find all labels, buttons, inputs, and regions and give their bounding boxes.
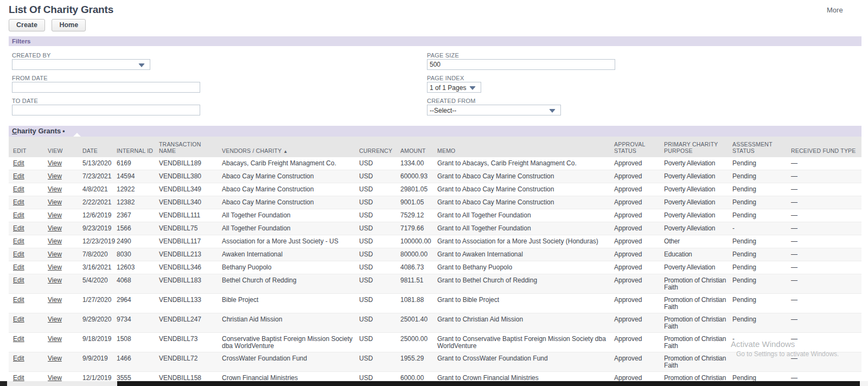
- cell-transaction-name: VENDBILL111: [155, 209, 218, 222]
- edit-link-cell: Edit: [9, 313, 43, 333]
- view-link-cell: View: [43, 170, 78, 183]
- cell-assessment-status: Pending: [730, 248, 789, 261]
- view-link[interactable]: View: [48, 224, 62, 232]
- view-link[interactable]: View: [48, 250, 62, 258]
- view-link-cell: View: [43, 209, 78, 222]
- created-from-select[interactable]: --Select--: [427, 105, 561, 115]
- table-row: EditView1/27/20202964VENDBILL133Bible Pr…: [9, 294, 861, 313]
- edit-link-cell: Edit: [9, 274, 43, 294]
- column-header-assessment-status[interactable]: ASSESSMENT STATUS: [730, 137, 789, 157]
- cell-vendor-charity: Conservative Baptist Foreign Mission Soc…: [218, 333, 355, 352]
- cell-amount: 9811.51: [396, 274, 435, 294]
- view-link[interactable]: View: [48, 263, 62, 271]
- create-button[interactable]: Create: [9, 19, 45, 31]
- column-header-received-fund-type[interactable]: RECEIVED FUND TYPE: [789, 137, 861, 157]
- cell-vendor-charity: Abaco Cay Marine Construction: [218, 170, 355, 183]
- edit-link-cell: Edit: [9, 235, 43, 248]
- view-link[interactable]: View: [48, 211, 62, 219]
- view-link[interactable]: View: [48, 159, 62, 167]
- edit-link[interactable]: Edit: [13, 172, 24, 180]
- cell-date: 3/16/2021: [78, 261, 112, 274]
- view-link[interactable]: View: [48, 296, 62, 304]
- edit-link[interactable]: Edit: [13, 211, 24, 219]
- column-header-edit: EDIT: [9, 137, 43, 157]
- column-header-memo[interactable]: MEMO: [435, 137, 612, 157]
- edit-link[interactable]: Edit: [13, 276, 24, 284]
- view-link[interactable]: View: [48, 276, 62, 284]
- horizontal-scrollbar[interactable]: [0, 381, 868, 386]
- column-header-amount[interactable]: AMOUNT: [396, 137, 435, 157]
- home-button[interactable]: Home: [52, 19, 86, 31]
- view-link[interactable]: View: [48, 237, 62, 245]
- edit-link[interactable]: Edit: [13, 159, 24, 167]
- edit-link[interactable]: Edit: [13, 296, 24, 304]
- view-link[interactable]: View: [48, 198, 62, 206]
- scrollbar-corner: [860, 381, 868, 386]
- cell-internal-id: 1466: [112, 352, 155, 372]
- edit-link[interactable]: Edit: [13, 224, 24, 232]
- column-header-internal-id[interactable]: INTERNAL ID: [112, 137, 155, 157]
- page-size-input[interactable]: [427, 59, 615, 70]
- cell-internal-id: 12382: [112, 196, 155, 209]
- cell-approval-status: Approved: [612, 274, 662, 294]
- view-link-cell: View: [43, 183, 78, 196]
- tab-charity-grants[interactable]: Charity Grants: [9, 126, 61, 135]
- column-header-currency[interactable]: CURRENCY: [355, 137, 396, 157]
- view-link[interactable]: View: [48, 185, 62, 193]
- edit-link[interactable]: Edit: [13, 250, 24, 258]
- view-link[interactable]: View: [48, 355, 62, 362]
- cell-vendor-charity: All Together Foundation: [218, 209, 355, 222]
- column-header-transaction-name[interactable]: TRANSACTION NAME: [155, 137, 218, 157]
- column-header-date[interactable]: DATE: [78, 137, 112, 157]
- from-date-input[interactable]: [12, 82, 200, 93]
- created-by-label: CREATED BY: [12, 52, 50, 59]
- page-index-value: 1 of 1 Pages: [430, 84, 466, 92]
- cell-primary-charity-purpose: Poverty Alleviation: [662, 183, 730, 196]
- edit-link[interactable]: Edit: [13, 316, 24, 323]
- view-link[interactable]: View: [48, 335, 62, 343]
- cell-memo: Grant to Conservative Baptist Foreign Mi…: [435, 333, 612, 352]
- cell-currency: USD: [355, 222, 396, 235]
- edit-link[interactable]: Edit: [13, 263, 24, 271]
- view-link-cell: View: [43, 222, 78, 235]
- cell-received-fund-type: —: [789, 157, 861, 170]
- view-link[interactable]: View: [48, 316, 62, 323]
- cell-amount: 25000.00: [396, 333, 435, 352]
- cell-memo: Grant to Association for a More Just Soc…: [435, 235, 612, 248]
- horizontal-scrollbar-thumb[interactable]: [117, 381, 860, 386]
- cell-approval-status: Approved: [612, 235, 662, 248]
- page-index-select[interactable]: 1 of 1 Pages: [427, 82, 481, 93]
- table-row: EditView9/23/20191566VENDBILL75All Toget…: [9, 222, 861, 235]
- edit-link[interactable]: Edit: [13, 355, 24, 362]
- edit-link[interactable]: Edit: [13, 335, 24, 343]
- view-link[interactable]: View: [48, 374, 62, 382]
- view-link[interactable]: View: [48, 172, 62, 180]
- charity-grants-tab-bar: Charity Grants•: [9, 126, 861, 137]
- edit-link[interactable]: Edit: [13, 374, 24, 382]
- edit-link[interactable]: Edit: [13, 198, 24, 206]
- table-row: EditView12/23/20192490VENDBILL117Associa…: [9, 235, 861, 248]
- cell-amount: 9001.05: [396, 196, 435, 209]
- charity-grants-page: List Of Charity Grants More Create Home …: [0, 0, 868, 386]
- cell-transaction-name: VENDBILL75: [155, 222, 218, 235]
- cell-primary-charity-purpose: Poverty Alleviation: [662, 209, 730, 222]
- edit-link[interactable]: Edit: [13, 185, 24, 193]
- scrollbar-left-segment[interactable]: [0, 381, 7, 386]
- cell-assessment-status: Pending: [730, 209, 789, 222]
- to-date-input[interactable]: [12, 105, 200, 115]
- chevron-down-icon: [138, 63, 145, 67]
- vertical-scrollbar-track[interactable]: [861, 0, 868, 381]
- more-link[interactable]: More: [827, 6, 843, 14]
- cell-assessment-status: Pending: [730, 235, 789, 248]
- view-link-cell: View: [43, 157, 78, 170]
- edit-link[interactable]: Edit: [13, 237, 24, 245]
- column-header-approval-status[interactable]: APPROVAL STATUS: [612, 137, 662, 157]
- cell-assessment-status: Pending: [730, 196, 789, 209]
- cell-currency: USD: [355, 274, 396, 294]
- cell-amount: 7529.12: [396, 209, 435, 222]
- created-by-select[interactable]: [12, 59, 150, 70]
- column-header-vendors-charity[interactable]: VENDORS / CHARITY▲: [218, 137, 355, 157]
- cell-amount: 4086.73: [396, 261, 435, 274]
- cell-memo: Grant to Awaken International: [435, 248, 612, 261]
- column-header-primary-charity-purpose[interactable]: PRIMARY CHARITY PURPOSE: [662, 137, 730, 157]
